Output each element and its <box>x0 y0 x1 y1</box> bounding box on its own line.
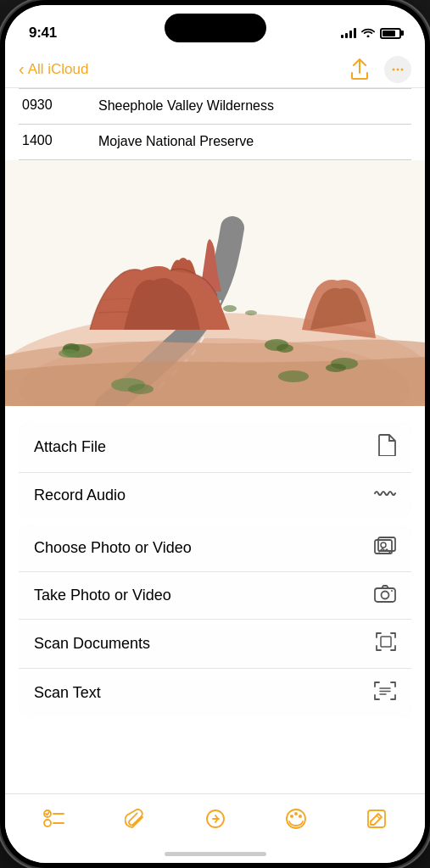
svg-point-8 <box>59 349 79 358</box>
compose-button[interactable] <box>197 800 234 837</box>
svg-rect-24 <box>381 637 391 647</box>
svg-point-20 <box>381 542 386 548</box>
audio-icon <box>374 485 396 506</box>
share-button[interactable] <box>345 55 374 84</box>
choose-photo-item[interactable]: Choose Photo or Video <box>19 525 411 572</box>
back-label: All iCloud <box>28 61 89 78</box>
choose-photo-label: Choose Photo or Video <box>34 539 192 557</box>
nav-bar: ‹ All iCloud <box>5 51 425 88</box>
attach-file-label: Attach File <box>34 438 106 456</box>
status-time: 9:41 <box>29 25 57 42</box>
svg-point-0 <box>393 68 395 70</box>
scan-doc-icon <box>376 632 396 656</box>
table-cell-time: 1400 <box>22 133 98 151</box>
edit-button[interactable] <box>358 800 395 837</box>
svg-point-16 <box>223 305 237 312</box>
svg-point-10 <box>276 344 293 353</box>
dynamic-island <box>165 14 266 42</box>
take-photo-item[interactable]: Take Photo or Video <box>19 572 411 620</box>
svg-point-14 <box>128 384 154 394</box>
svg-point-15 <box>278 370 309 382</box>
table-cell-location: Sheephole Valley Wilderness <box>98 97 408 115</box>
svg-point-22 <box>382 592 389 599</box>
svg-point-1 <box>397 68 399 70</box>
take-photo-label: Take Photo or Video <box>34 587 171 604</box>
battery-icon <box>380 28 401 39</box>
table-cell-time: 0930 <box>22 97 98 115</box>
back-button[interactable]: ‹ All iCloud <box>19 59 88 79</box>
action-menu: Attach File Record Audio <box>5 422 425 724</box>
svg-point-30 <box>44 820 51 826</box>
table-row: 0930 Sheephole Valley Wilderness <box>19 88 411 125</box>
back-chevron-icon: ‹ <box>19 59 25 79</box>
illustration <box>5 160 425 406</box>
status-bar: 9:41 <box>5 5 425 51</box>
menu-group-1: Attach File Record Audio <box>19 422 411 518</box>
svg-point-12 <box>326 364 346 372</box>
svg-point-36 <box>299 815 302 818</box>
svg-point-34 <box>290 815 293 818</box>
palette-button[interactable] <box>277 800 315 837</box>
attach-file-item[interactable]: Attach File <box>19 422 411 473</box>
svg-point-2 <box>401 68 404 70</box>
scan-text-label: Scan Text <box>34 684 101 702</box>
table-row: 1400 Mojave National Preserve <box>19 125 411 160</box>
photo-library-icon <box>374 537 396 559</box>
svg-point-35 <box>294 812 298 815</box>
wifi-icon <box>361 27 375 40</box>
attachment-button[interactable] <box>116 800 154 837</box>
scan-documents-item[interactable]: Scan Documents <box>19 620 411 669</box>
more-button[interactable] <box>384 56 411 83</box>
file-icon <box>377 434 396 460</box>
phone-screen: 9:41 <box>5 5 425 863</box>
svg-point-17 <box>245 310 257 315</box>
camera-icon <box>374 584 396 607</box>
main-content: 0930 Sheephole Valley Wilderness 1400 Mo… <box>5 88 425 793</box>
signal-icon <box>341 28 356 38</box>
record-audio-label: Record Audio <box>34 487 126 504</box>
table-cell-location: Mojave National Preserve <box>98 133 408 151</box>
record-audio-item[interactable]: Record Audio <box>19 473 411 518</box>
status-icons <box>341 27 401 40</box>
nav-actions <box>345 55 411 84</box>
svg-point-23 <box>391 590 393 592</box>
itinerary-table: 0930 Sheephole Valley Wilderness 1400 Mo… <box>5 88 425 160</box>
checklist-button[interactable] <box>36 800 73 837</box>
scan-documents-label: Scan Documents <box>34 635 150 653</box>
home-indicator <box>165 852 266 856</box>
menu-group-2: Choose Photo or Video Take Photo or Vide… <box>19 525 411 717</box>
scan-text-icon <box>374 681 396 705</box>
phone-frame: 9:41 <box>0 0 430 868</box>
scan-text-item[interactable]: Scan Text <box>19 669 411 717</box>
